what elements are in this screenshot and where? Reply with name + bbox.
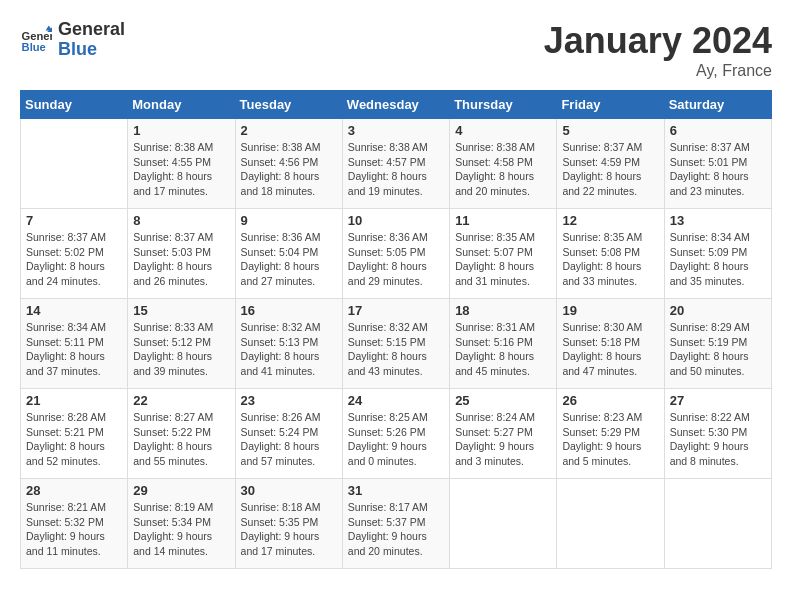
day-info: Sunrise: 8:35 AM Sunset: 5:08 PM Dayligh… [562, 230, 658, 289]
day-number: 15 [133, 303, 229, 318]
calendar-cell-w2-d6: 12Sunrise: 8:35 AM Sunset: 5:08 PM Dayli… [557, 209, 664, 299]
calendar-cell-w3-d5: 18Sunrise: 8:31 AM Sunset: 5:16 PM Dayli… [450, 299, 557, 389]
day-number: 29 [133, 483, 229, 498]
day-number: 27 [670, 393, 766, 408]
calendar-cell-w5-d1: 28Sunrise: 8:21 AM Sunset: 5:32 PM Dayli… [21, 479, 128, 569]
calendar-cell-w4-d3: 23Sunrise: 8:26 AM Sunset: 5:24 PM Dayli… [235, 389, 342, 479]
logo-general-text: General [58, 20, 125, 40]
day-number: 23 [241, 393, 337, 408]
calendar-cell-w1-d5: 4Sunrise: 8:38 AM Sunset: 4:58 PM Daylig… [450, 119, 557, 209]
calendar-cell-w3-d4: 17Sunrise: 8:32 AM Sunset: 5:15 PM Dayli… [342, 299, 449, 389]
day-info: Sunrise: 8:26 AM Sunset: 5:24 PM Dayligh… [241, 410, 337, 469]
day-number: 17 [348, 303, 444, 318]
day-number: 8 [133, 213, 229, 228]
calendar-cell-w1-d1 [21, 119, 128, 209]
day-info: Sunrise: 8:28 AM Sunset: 5:21 PM Dayligh… [26, 410, 122, 469]
day-number: 4 [455, 123, 551, 138]
page-header: General Blue General Blue January 2024 A… [20, 20, 772, 80]
calendar-cell-w2-d1: 7Sunrise: 8:37 AM Sunset: 5:02 PM Daylig… [21, 209, 128, 299]
day-number: 5 [562, 123, 658, 138]
calendar-cell-w4-d6: 26Sunrise: 8:23 AM Sunset: 5:29 PM Dayli… [557, 389, 664, 479]
header-tuesday: Tuesday [235, 91, 342, 119]
calendar-cell-w1-d3: 2Sunrise: 8:38 AM Sunset: 4:56 PM Daylig… [235, 119, 342, 209]
day-info: Sunrise: 8:34 AM Sunset: 5:11 PM Dayligh… [26, 320, 122, 379]
calendar-cell-w3-d7: 20Sunrise: 8:29 AM Sunset: 5:19 PM Dayli… [664, 299, 771, 389]
day-info: Sunrise: 8:38 AM Sunset: 4:55 PM Dayligh… [133, 140, 229, 199]
logo-blue-text: Blue [58, 40, 125, 60]
day-info: Sunrise: 8:32 AM Sunset: 5:13 PM Dayligh… [241, 320, 337, 379]
header-sunday: Sunday [21, 91, 128, 119]
day-number: 31 [348, 483, 444, 498]
day-number: 24 [348, 393, 444, 408]
day-info: Sunrise: 8:37 AM Sunset: 5:03 PM Dayligh… [133, 230, 229, 289]
logo-text: General Blue [58, 20, 125, 60]
calendar-cell-w4-d2: 22Sunrise: 8:27 AM Sunset: 5:22 PM Dayli… [128, 389, 235, 479]
calendar-cell-w4-d7: 27Sunrise: 8:22 AM Sunset: 5:30 PM Dayli… [664, 389, 771, 479]
day-info: Sunrise: 8:37 AM Sunset: 5:01 PM Dayligh… [670, 140, 766, 199]
day-number: 30 [241, 483, 337, 498]
day-info: Sunrise: 8:18 AM Sunset: 5:35 PM Dayligh… [241, 500, 337, 559]
location: Ay, France [544, 62, 772, 80]
day-info: Sunrise: 8:22 AM Sunset: 5:30 PM Dayligh… [670, 410, 766, 469]
calendar-cell-w3-d1: 14Sunrise: 8:34 AM Sunset: 5:11 PM Dayli… [21, 299, 128, 389]
day-info: Sunrise: 8:21 AM Sunset: 5:32 PM Dayligh… [26, 500, 122, 559]
logo: General Blue General Blue [20, 20, 125, 60]
day-info: Sunrise: 8:33 AM Sunset: 5:12 PM Dayligh… [133, 320, 229, 379]
day-number: 3 [348, 123, 444, 138]
day-number: 21 [26, 393, 122, 408]
day-number: 16 [241, 303, 337, 318]
calendar-cell-w1-d7: 6Sunrise: 8:37 AM Sunset: 5:01 PM Daylig… [664, 119, 771, 209]
calendar-cell-w5-d2: 29Sunrise: 8:19 AM Sunset: 5:34 PM Dayli… [128, 479, 235, 569]
calendar-cell-w3-d6: 19Sunrise: 8:30 AM Sunset: 5:18 PM Dayli… [557, 299, 664, 389]
day-info: Sunrise: 8:27 AM Sunset: 5:22 PM Dayligh… [133, 410, 229, 469]
day-info: Sunrise: 8:23 AM Sunset: 5:29 PM Dayligh… [562, 410, 658, 469]
day-info: Sunrise: 8:31 AM Sunset: 5:16 PM Dayligh… [455, 320, 551, 379]
header-thursday: Thursday [450, 91, 557, 119]
calendar-cell-w5-d4: 31Sunrise: 8:17 AM Sunset: 5:37 PM Dayli… [342, 479, 449, 569]
day-number: 20 [670, 303, 766, 318]
day-info: Sunrise: 8:36 AM Sunset: 5:04 PM Dayligh… [241, 230, 337, 289]
calendar-cell-w2-d7: 13Sunrise: 8:34 AM Sunset: 5:09 PM Dayli… [664, 209, 771, 299]
calendar-body: 1Sunrise: 8:38 AM Sunset: 4:55 PM Daylig… [21, 119, 772, 569]
day-info: Sunrise: 8:36 AM Sunset: 5:05 PM Dayligh… [348, 230, 444, 289]
day-number: 1 [133, 123, 229, 138]
calendar-cell-w5-d3: 30Sunrise: 8:18 AM Sunset: 5:35 PM Dayli… [235, 479, 342, 569]
day-number: 10 [348, 213, 444, 228]
calendar-cell-w2-d4: 10Sunrise: 8:36 AM Sunset: 5:05 PM Dayli… [342, 209, 449, 299]
day-number: 19 [562, 303, 658, 318]
day-number: 6 [670, 123, 766, 138]
calendar-cell-w1-d4: 3Sunrise: 8:38 AM Sunset: 4:57 PM Daylig… [342, 119, 449, 209]
day-info: Sunrise: 8:38 AM Sunset: 4:56 PM Dayligh… [241, 140, 337, 199]
day-info: Sunrise: 8:29 AM Sunset: 5:19 PM Dayligh… [670, 320, 766, 379]
week-row-1: 1Sunrise: 8:38 AM Sunset: 4:55 PM Daylig… [21, 119, 772, 209]
day-info: Sunrise: 8:37 AM Sunset: 4:59 PM Dayligh… [562, 140, 658, 199]
day-info: Sunrise: 8:24 AM Sunset: 5:27 PM Dayligh… [455, 410, 551, 469]
day-info: Sunrise: 8:34 AM Sunset: 5:09 PM Dayligh… [670, 230, 766, 289]
day-number: 28 [26, 483, 122, 498]
weekday-header-row: Sunday Monday Tuesday Wednesday Thursday… [21, 91, 772, 119]
day-number: 2 [241, 123, 337, 138]
calendar-cell-w5-d5 [450, 479, 557, 569]
calendar-cell-w5-d6 [557, 479, 664, 569]
day-number: 12 [562, 213, 658, 228]
title-area: January 2024 Ay, France [544, 20, 772, 80]
week-row-5: 28Sunrise: 8:21 AM Sunset: 5:32 PM Dayli… [21, 479, 772, 569]
day-number: 22 [133, 393, 229, 408]
day-info: Sunrise: 8:30 AM Sunset: 5:18 PM Dayligh… [562, 320, 658, 379]
day-info: Sunrise: 8:17 AM Sunset: 5:37 PM Dayligh… [348, 500, 444, 559]
day-number: 14 [26, 303, 122, 318]
week-row-2: 7Sunrise: 8:37 AM Sunset: 5:02 PM Daylig… [21, 209, 772, 299]
calendar-cell-w2-d2: 8Sunrise: 8:37 AM Sunset: 5:03 PM Daylig… [128, 209, 235, 299]
day-info: Sunrise: 8:19 AM Sunset: 5:34 PM Dayligh… [133, 500, 229, 559]
day-info: Sunrise: 8:38 AM Sunset: 4:57 PM Dayligh… [348, 140, 444, 199]
svg-text:Blue: Blue [22, 41, 46, 53]
day-number: 7 [26, 213, 122, 228]
day-number: 11 [455, 213, 551, 228]
header-saturday: Saturday [664, 91, 771, 119]
month-title: January 2024 [544, 20, 772, 62]
calendar-cell-w2-d5: 11Sunrise: 8:35 AM Sunset: 5:07 PM Dayli… [450, 209, 557, 299]
calendar-cell-w1-d2: 1Sunrise: 8:38 AM Sunset: 4:55 PM Daylig… [128, 119, 235, 209]
day-info: Sunrise: 8:25 AM Sunset: 5:26 PM Dayligh… [348, 410, 444, 469]
day-number: 25 [455, 393, 551, 408]
day-number: 26 [562, 393, 658, 408]
